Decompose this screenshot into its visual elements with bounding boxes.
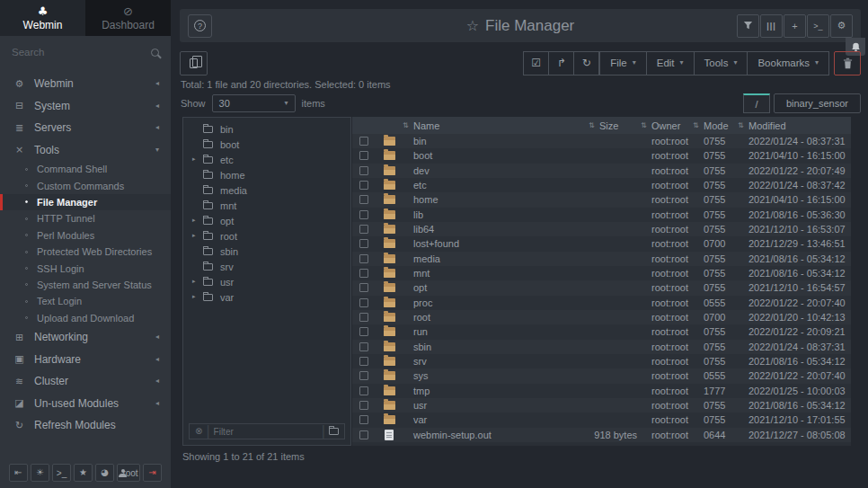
columns-button[interactable]: ||| [760, 14, 783, 38]
sidebar-item-refresh-modules[interactable]: ↻Refresh Modules [0, 414, 171, 437]
table-row[interactable]: tmproot:root17772022/01/25 - 10:00:03 [352, 384, 851, 398]
tree-item-srv[interactable]: srv [183, 259, 350, 274]
table-row[interactable]: lib64root:root07552021/12/10 - 16:53:07 [352, 222, 851, 236]
table-row[interactable]: srvroot:root07552021/08/16 - 05:34:12 [352, 354, 851, 368]
sidebar-collapse-button[interactable]: ⇤ [9, 464, 28, 482]
sidebar-item-networking[interactable]: ⊞Networking◂ [0, 326, 171, 349]
sort-icon[interactable]: ⇅ [641, 122, 651, 129]
row-checkbox[interactable] [359, 298, 368, 307]
row-checkbox[interactable] [359, 283, 368, 292]
add-button[interactable]: + [784, 14, 806, 38]
tree-item-home[interactable]: home [183, 167, 350, 182]
tree-item-etc[interactable]: ▸etc [183, 152, 350, 167]
sidebar-item-cluster[interactable]: ≋Cluster◂ [0, 370, 171, 393]
settings-button[interactable]: ⚙ [830, 14, 853, 38]
table-row[interactable]: optroot:root07552021/12/10 - 16:54:57 [352, 280, 851, 295]
sidebar-item-upload-and-download[interactable]: Upload and Download [0, 310, 171, 326]
tree-item-var[interactable]: ▸var [183, 289, 350, 305]
tab-dashboard[interactable]: ⊘ Dashboard [85, 0, 171, 36]
chevron-right-icon[interactable]: ▸ [192, 279, 203, 285]
chevron-right-icon[interactable]: ▸ [192, 156, 203, 163]
row-checkbox[interactable] [359, 327, 368, 336]
sidebar-item-protected-web-directories[interactable]: Protected Web Directories [0, 244, 171, 260]
menu-edit-button[interactable]: Edit▾ [646, 51, 695, 75]
sort-icon[interactable]: ⇅ [738, 122, 748, 129]
tree-item-opt[interactable]: ▸opt [183, 213, 350, 228]
share-button[interactable]: ↱ [548, 51, 574, 75]
breadcrumb-root-button[interactable]: / [743, 93, 770, 113]
sort-icon[interactable]: ⇅ [589, 122, 599, 129]
sidebar-item-file-manager[interactable]: File Manager [0, 194, 171, 210]
palette-button[interactable]: ◕ [95, 464, 114, 482]
table-row[interactable]: runroot:root07552022/01/22 - 20:09:21 [352, 324, 851, 339]
table-row[interactable]: webmin-setup.out918 bytesroot:root064420… [352, 428, 851, 442]
header-owner[interactable]: ⇅Owner [641, 120, 693, 131]
page-size-select[interactable]: 30 ▾ [212, 94, 296, 112]
tree-item-root[interactable]: ▸root [183, 228, 350, 244]
sidebar-item-ssh-login[interactable]: SSH Login [0, 260, 171, 276]
chevron-right-icon[interactable]: ▸ [192, 294, 203, 300]
row-checkbox[interactable] [359, 151, 368, 160]
row-checkbox[interactable] [359, 430, 368, 439]
header-size[interactable]: ⇅Size [589, 120, 641, 131]
select-all-button[interactable]: ☑ [523, 51, 549, 75]
tree-item-mnt[interactable]: mnt [183, 198, 350, 213]
row-checkbox[interactable] [359, 342, 368, 351]
sidebar-item-http-tunnel[interactable]: HTTP Tunnel [0, 210, 171, 226]
logout-button[interactable]: ⇥ [143, 464, 162, 482]
row-checkbox[interactable] [359, 239, 368, 248]
row-checkbox[interactable] [359, 137, 368, 146]
trash-button[interactable] [834, 51, 861, 75]
table-row[interactable]: mediaroot:root07552021/08/16 - 05:34:12 [352, 252, 851, 266]
row-checkbox[interactable] [359, 269, 368, 278]
table-row[interactable]: devroot:root07552022/01/22 - 20:07:49 [352, 164, 851, 178]
tree-item-media[interactable]: media [183, 182, 350, 198]
row-checkbox[interactable] [359, 181, 368, 190]
help-button[interactable]: ? [188, 14, 212, 38]
terminal-button[interactable]: >_ [807, 14, 829, 38]
theme-button[interactable]: ☀ [31, 464, 49, 482]
row-checkbox[interactable] [359, 313, 368, 322]
chevron-right-icon[interactable]: ▸ [192, 233, 203, 239]
sidebar-item-un-used-modules[interactable]: ◪Un-used Modules◂ [0, 392, 171, 414]
row-checkbox[interactable] [359, 195, 368, 204]
table-row[interactable]: homeroot:root07552021/04/10 - 16:15:00 [352, 192, 851, 207]
shell-button[interactable]: >_ [52, 464, 71, 482]
row-checkbox[interactable] [359, 210, 368, 219]
menu-tools-button[interactable]: Tools▾ [694, 51, 748, 75]
sidebar-item-perl-modules[interactable]: Perl Modules [0, 227, 171, 244]
favorites-button[interactable]: ★ [74, 464, 93, 482]
user-button[interactable]: root [117, 464, 140, 482]
tab-webmin[interactable]: ♣ Webmin [0, 0, 85, 36]
menu-file-button[interactable]: File▾ [599, 51, 647, 75]
row-checkbox[interactable] [359, 401, 368, 410]
row-checkbox[interactable] [359, 225, 368, 234]
sidebar-item-servers[interactable]: ≣Servers◂ [0, 117, 171, 139]
refresh-button[interactable]: ↻ [573, 51, 599, 75]
sidebar-item-custom-commands[interactable]: Custom Commands [0, 177, 171, 193]
folder-icon[interactable] [329, 428, 339, 435]
tree-item-boot[interactable]: boot [183, 137, 350, 152]
sidebar-item-system-and-server-status[interactable]: System and Server Status [0, 277, 171, 293]
tree-item-usr[interactable]: ▸usr [183, 274, 350, 289]
row-checkbox[interactable] [359, 415, 368, 424]
sort-icon[interactable]: ⇅ [693, 122, 704, 129]
chevron-right-icon[interactable]: ▸ [192, 217, 203, 224]
table-row[interactable]: etcroot:root07552022/01/24 - 08:37:42 [352, 178, 851, 192]
row-checkbox[interactable] [359, 357, 368, 366]
table-row[interactable]: binroot:root07552022/01/24 - 08:37:31 [352, 134, 851, 148]
table-row[interactable]: libroot:root07552021/08/16 - 05:36:30 [352, 208, 851, 222]
search-input[interactable] [12, 47, 151, 58]
table-row[interactable]: mntroot:root07552021/08/16 - 05:34:12 [352, 266, 851, 280]
favorite-star-icon[interactable]: ☆ [466, 17, 479, 34]
table-row[interactable]: rootroot:root07002022/01/20 - 10:42:13 [352, 310, 851, 324]
table-row[interactable]: sbinroot:root07552022/01/24 - 08:37:31 [352, 340, 851, 354]
table-row[interactable]: procroot:root05552022/01/22 - 20:07:40 [352, 296, 851, 310]
tree-item-sbin[interactable]: sbin [183, 244, 350, 259]
breadcrumb-current-button[interactable]: binary_sensor [774, 93, 861, 113]
header-name[interactable]: ⇅Name [403, 120, 589, 131]
copy-path-button[interactable] [180, 51, 208, 75]
table-row[interactable]: bootroot:root07552021/04/10 - 16:15:00 [352, 148, 851, 163]
row-checkbox[interactable] [359, 166, 368, 175]
sidebar-item-system[interactable]: ⊟System◂ [0, 95, 171, 118]
